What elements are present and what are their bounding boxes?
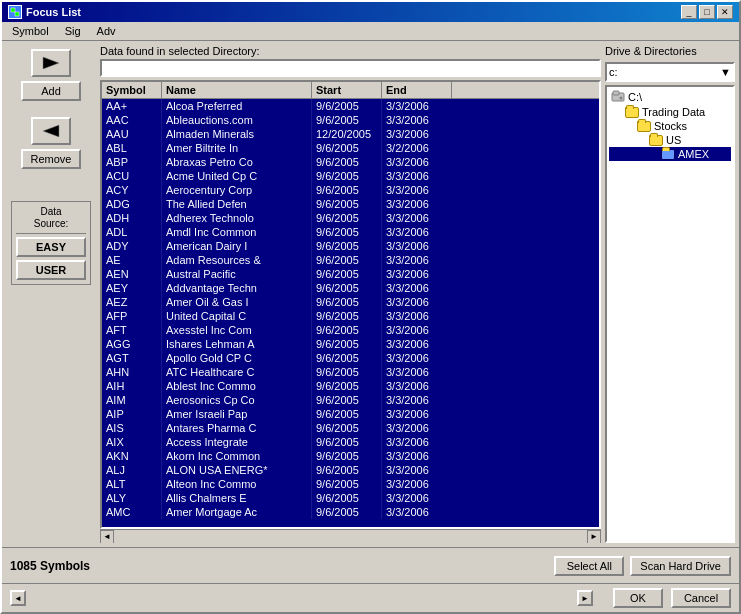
cell-28-0: ALY — [102, 491, 162, 505]
menu-adv[interactable]: Adv — [91, 24, 122, 38]
table-row[interactable]: AA+Alcoa Preferred9/6/20053/3/2006 — [102, 99, 599, 113]
close-button[interactable]: ✕ — [717, 5, 733, 19]
center-panel: Data found in selected Directory: Symbol… — [100, 45, 601, 543]
table-row[interactable]: AKNAkorn Inc Common9/6/20053/3/2006 — [102, 449, 599, 463]
drive-select[interactable]: c: ▼ — [605, 62, 735, 82]
table-row[interactable]: AEZAmer Oil & Gas I9/6/20053/3/2006 — [102, 295, 599, 309]
dir-item-0[interactable]: C:\ — [609, 89, 731, 105]
cell-12-1: Austral Pacific — [162, 267, 312, 281]
status-bar: ◄ ► — [10, 590, 593, 606]
table-row[interactable]: AIMAerosonics Cp Co9/6/20053/3/2006 — [102, 393, 599, 407]
table-row[interactable]: ADLAmdl Inc Common9/6/20053/3/2006 — [102, 225, 599, 239]
nav-right-button[interactable]: ► — [577, 590, 593, 606]
table-row[interactable]: ALJALON USA ENERG*9/6/20053/3/2006 — [102, 463, 599, 477]
easy-button[interactable]: EASY — [16, 237, 86, 257]
cell-0-1: Alcoa Preferred — [162, 99, 312, 113]
scroll-right-button[interactable]: ► — [587, 530, 601, 544]
table-row[interactable]: AACAbleauctions.com9/6/20053/3/2006 — [102, 113, 599, 127]
table-row[interactable]: AGGIshares Lehman A9/6/20053/3/2006 — [102, 337, 599, 351]
table-row[interactable]: AGTApollo Gold CP C9/6/20053/3/2006 — [102, 351, 599, 365]
nav-left-button[interactable]: ◄ — [10, 590, 26, 606]
col-scroll-spacer — [452, 82, 466, 98]
cell-17-3: 3/3/2006 — [382, 337, 452, 351]
table-row[interactable]: AENAustral Pacific9/6/20053/3/2006 — [102, 267, 599, 281]
ok-button[interactable]: OK — [613, 588, 663, 608]
cell-22-2: 9/6/2005 — [312, 407, 382, 421]
dir-item-4[interactable]: AMEX — [609, 147, 731, 161]
directory-tree[interactable]: C:\Trading DataStocksUSAMEX — [605, 85, 735, 543]
cell-27-0: ALT — [102, 477, 162, 491]
col-symbol: Symbol — [102, 82, 162, 98]
cell-28-2: 9/6/2005 — [312, 491, 382, 505]
data-found-label: Data found in selected Directory: — [100, 45, 601, 57]
remove-button[interactable]: Remove — [21, 149, 82, 169]
table-row[interactable]: ABLAmer Biltrite In9/6/20053/2/2006 — [102, 141, 599, 155]
user-button[interactable]: USER — [16, 260, 86, 280]
svg-point-6 — [620, 97, 623, 100]
cell-11-1: Adam Resources & — [162, 253, 312, 267]
scan-hard-drive-button[interactable]: Scan Hard Drive — [630, 556, 731, 576]
menu-symbol[interactable]: Symbol — [6, 24, 55, 38]
table-row[interactable]: AISAntares Pharma C9/6/20053/3/2006 — [102, 421, 599, 435]
cell-20-1: Ablest Inc Commo — [162, 379, 312, 393]
cell-24-2: 9/6/2005 — [312, 435, 382, 449]
table-row[interactable]: ACYAerocentury Corp9/6/20053/3/2006 — [102, 183, 599, 197]
table-row[interactable]: AEAdam Resources &9/6/20053/3/2006 — [102, 253, 599, 267]
table-row[interactable]: ADYAmerican Dairy I9/6/20053/3/2006 — [102, 239, 599, 253]
cell-9-3: 3/3/2006 — [382, 225, 452, 239]
cell-18-3: 3/3/2006 — [382, 351, 452, 365]
cell-15-0: AFP — [102, 309, 162, 323]
cell-10-0: ADY — [102, 239, 162, 253]
cell-14-0: AEZ — [102, 295, 162, 309]
cell-5-2: 9/6/2005 — [312, 169, 382, 183]
cell-0-3: 3/3/2006 — [382, 99, 452, 113]
dir-item-1[interactable]: Trading Data — [609, 105, 731, 119]
cell-20-3: 3/3/2006 — [382, 379, 452, 393]
add-arrow-button[interactable] — [31, 49, 71, 77]
col-name: Name — [162, 82, 312, 98]
table-row[interactable]: AIHAblest Inc Commo9/6/20053/3/2006 — [102, 379, 599, 393]
cell-10-1: American Dairy I — [162, 239, 312, 253]
cell-7-2: 9/6/2005 — [312, 197, 382, 211]
table-row[interactable]: ALTAlteon Inc Commo9/6/20053/3/2006 — [102, 477, 599, 491]
table-row[interactable]: ALYAllis Chalmers E9/6/20053/3/2006 — [102, 491, 599, 505]
select-all-button[interactable]: Select All — [554, 556, 624, 576]
table-row[interactable]: ABPAbraxas Petro Co9/6/20053/3/2006 — [102, 155, 599, 169]
cell-8-0: ADH — [102, 211, 162, 225]
search-input[interactable] — [100, 59, 601, 77]
table-row[interactable]: AFPUnited Capital C9/6/20053/3/2006 — [102, 309, 599, 323]
table-row[interactable]: AMCAmer Mortgage Ac9/6/20053/3/2006 — [102, 505, 599, 519]
table-row[interactable]: AFTAxesstel Inc Com9/6/20053/3/2006 — [102, 323, 599, 337]
menu-sig[interactable]: Sig — [59, 24, 87, 38]
cell-1-0: AAC — [102, 113, 162, 127]
maximize-button[interactable]: □ — [699, 5, 715, 19]
table-row[interactable]: AIPAmer Israeli Pap9/6/20053/3/2006 — [102, 407, 599, 421]
cancel-button[interactable]: Cancel — [671, 588, 731, 608]
table-row[interactable]: AEYAddvantage Techn9/6/20053/3/2006 — [102, 281, 599, 295]
cell-12-3: 3/3/2006 — [382, 267, 452, 281]
footer-row: ◄ ► OK Cancel — [2, 583, 739, 612]
cell-5-1: Acme United Cp C — [162, 169, 312, 183]
focus-list-window: Focus List _ □ ✕ Symbol Sig Adv Add — [0, 0, 741, 614]
remove-arrow-button[interactable] — [31, 117, 71, 145]
col-end: End — [382, 82, 452, 98]
table-row[interactable]: ACUAcme United Cp C9/6/20053/3/2006 — [102, 169, 599, 183]
cell-23-3: 3/3/2006 — [382, 421, 452, 435]
add-button[interactable]: Add — [21, 81, 81, 101]
table-row[interactable]: AIXAccess Integrate9/6/20053/3/2006 — [102, 435, 599, 449]
table-body[interactable]: AA+Alcoa Preferred9/6/20053/3/2006AACAbl… — [102, 99, 599, 527]
table-row[interactable]: ADGThe Allied Defen9/6/20053/3/2006 — [102, 197, 599, 211]
scroll-track[interactable] — [114, 530, 587, 544]
cell-13-1: Addvantage Techn — [162, 281, 312, 295]
table-row[interactable]: AAUAlmaden Minerals12/20/20053/3/2006 — [102, 127, 599, 141]
horizontal-scrollbar[interactable]: ◄ ► — [100, 529, 601, 543]
scroll-left-button[interactable]: ◄ — [100, 530, 114, 544]
dir-item-3[interactable]: US — [609, 133, 731, 147]
cell-27-3: 3/3/2006 — [382, 477, 452, 491]
cell-2-2: 12/20/2005 — [312, 127, 382, 141]
table-row[interactable]: ADHAdherex Technolo9/6/20053/3/2006 — [102, 211, 599, 225]
minimize-button[interactable]: _ — [681, 5, 697, 19]
table-row[interactable]: AHNATC Healthcare C9/6/20053/3/2006 — [102, 365, 599, 379]
cell-6-1: Aerocentury Corp — [162, 183, 312, 197]
dir-item-2[interactable]: Stocks — [609, 119, 731, 133]
